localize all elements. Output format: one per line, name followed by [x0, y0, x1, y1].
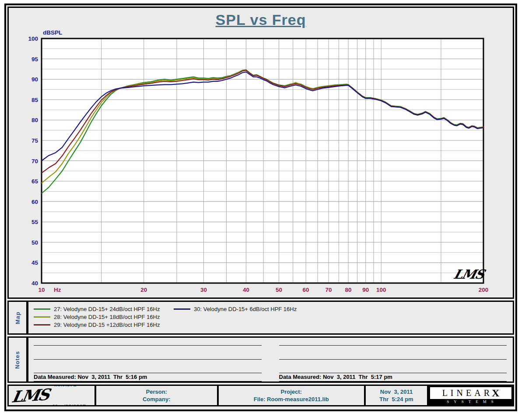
svg-text:65: 65	[32, 178, 38, 185]
legend-column-2: 30: Velodyne DD-15+ 6dB/oct HPF 16Hz	[174, 305, 297, 333]
svg-text:40: 40	[32, 280, 38, 287]
notes-label: Notes	[14, 350, 21, 368]
svg-text:Hz: Hz	[54, 287, 61, 293]
linearx-logo: LINEARX SYSTEMS	[429, 386, 513, 405]
legend-line-sample	[34, 308, 50, 310]
svg-text:100: 100	[28, 35, 38, 42]
spl-vs-freq-plot: 404550556065707580859095100dBSPL10203040…	[9, 8, 513, 298]
note-blank-line	[34, 373, 262, 373]
legend-line-sample	[34, 316, 50, 318]
footer-bar: LMS 4.6.0.371 May/29/2007 Person: Compan…	[7, 385, 514, 406]
data-measured-right: Data Measured: Nov 3, 2011 Thr 5:17 pm	[279, 374, 507, 382]
note-blank-line	[279, 359, 507, 360]
svg-text:dBSPL: dBSPL	[43, 29, 62, 36]
report-frame: SPL vs Freq 404550556065707580859095100d…	[4, 4, 517, 411]
project-label: Project:	[281, 388, 302, 396]
legend: 27: Velodyne DD-15+ 24dB/oct HPF 16Hz28:…	[28, 302, 513, 333]
svg-text:50: 50	[276, 287, 282, 293]
footer-project-cell: Project: File: Room-measure2011.lib	[219, 386, 364, 405]
legend-line-sample	[174, 308, 190, 310]
svg-text:45: 45	[32, 259, 38, 266]
svg-text:80: 80	[345, 287, 352, 293]
note-blank-line	[279, 373, 507, 373]
legend-item: 29: Velodyne DD-15 +12dB/oct HPF 16Hz	[34, 321, 174, 329]
footer-version-cell: LMS 4.6.0.371 May/29/2007	[9, 386, 94, 405]
brand-systems-text: SYSTEMS	[430, 399, 511, 405]
footer-date: Nov 3, 2011	[380, 388, 413, 396]
svg-text:90: 90	[32, 76, 38, 83]
svg-text:85: 85	[32, 97, 38, 103]
version-date: May/29/2007	[52, 403, 86, 406]
legend-item: 27: Velodyne DD-15+ 24dB/oct HPF 16Hz	[34, 305, 174, 313]
notes-area: Data Measured: Nov 3, 2011 Thr 5:16 pm D…	[28, 338, 513, 382]
company-label: Company:	[143, 396, 171, 403]
legend-item: 30: Velodyne DD-15+ 6dB/oct HPF 16Hz	[174, 305, 297, 313]
svg-text:10: 10	[38, 287, 45, 293]
notes-right-column: Data Measured: Nov 3, 2011 Thr 5:17 pm	[279, 338, 507, 382]
person-label: Person:	[146, 388, 167, 396]
note-blank-line	[34, 345, 262, 346]
svg-text:200: 200	[479, 287, 489, 293]
svg-text:20: 20	[140, 287, 147, 293]
svg-text:60: 60	[303, 287, 309, 293]
svg-text:60: 60	[32, 199, 38, 205]
legend-item-label: 29: Velodyne DD-15 +12dB/oct HPF 16Hz	[54, 322, 160, 328]
svg-text:30: 30	[200, 287, 207, 293]
svg-text:80: 80	[32, 117, 38, 123]
map-strip: Map	[9, 302, 28, 333]
notes-left-column: Data Measured: Nov 3, 2011 Thr 5:16 pm	[34, 338, 262, 382]
chart-section: SPL vs Freq 404550556065707580859095100d…	[7, 7, 514, 299]
note-blank-line	[279, 345, 507, 346]
svg-text:50: 50	[32, 239, 38, 246]
note-blank-line	[34, 359, 262, 360]
footer-time: Thr 5:24 pm	[379, 396, 413, 403]
svg-text:90: 90	[362, 287, 369, 293]
svg-text:70: 70	[32, 158, 38, 164]
brand-linear-text: LINEAR	[442, 388, 493, 398]
legend-item: 28: Velodyne DD-15+ 18dB/oct HPF 16Hz	[34, 313, 174, 321]
svg-text:95: 95	[32, 56, 38, 63]
svg-text:40: 40	[243, 287, 249, 293]
svg-text:70: 70	[326, 287, 332, 293]
lms-logo: LMS	[10, 386, 50, 405]
legend-item-label: 30: Velodyne DD-15+ 6dB/oct HPF 16Hz	[194, 306, 297, 312]
svg-text:75: 75	[32, 137, 38, 144]
svg-text:55: 55	[32, 219, 38, 225]
notes-strip: Notes	[9, 338, 28, 382]
brand-x-text: X	[492, 387, 499, 399]
version-number: 4.6.0.371	[52, 385, 86, 388]
footer-person-cell: Person: Company:	[96, 386, 217, 405]
footer-date-cell: Nov 3, 2011 Thr 5:24 pm	[366, 386, 427, 405]
version-info: 4.6.0.371 May/29/2007	[52, 385, 86, 406]
legend-item-label: 27: Velodyne DD-15+ 24dB/oct HPF 16Hz	[54, 306, 160, 312]
legend-line-sample	[34, 324, 50, 326]
svg-text:100: 100	[376, 287, 386, 293]
map-section: Map 27: Velodyne DD-15+ 24dB/oct HPF 16H…	[7, 301, 514, 335]
legend-item-label: 28: Velodyne DD-15+ 18dB/oct HPF 16Hz	[54, 314, 160, 320]
map-label: Map	[14, 312, 21, 324]
notes-section: Notes Data Measured: Nov 3, 2011 Thr 5:1…	[7, 336, 514, 383]
file-label: File: Room-measure2011.lib	[254, 396, 329, 403]
data-measured-left: Data Measured: Nov 3, 2011 Thr 5:16 pm	[34, 374, 262, 382]
legend-column-1: 27: Velodyne DD-15+ 24dB/oct HPF 16Hz28:…	[34, 305, 174, 333]
